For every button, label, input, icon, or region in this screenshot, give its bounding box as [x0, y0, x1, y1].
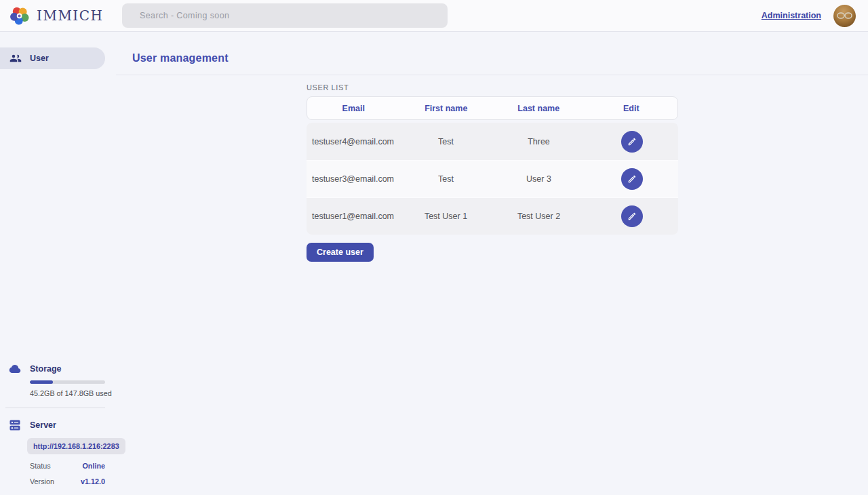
server-status-value: Online: [82, 462, 105, 470]
user-table-body: testuser4@email.com Test Three testuser3…: [307, 123, 678, 235]
column-header-first-name: First name: [400, 104, 493, 113]
storage-progress-fill: [30, 380, 53, 384]
sidebar-divider: [5, 408, 105, 408]
table-row: testuser3@email.com Test User 3: [307, 160, 678, 197]
server-version-value: v1.12.0: [81, 477, 105, 486]
server-version-label: Version: [30, 477, 54, 486]
column-header-last-name: Last name: [492, 104, 585, 113]
storage-progress-bar: [30, 380, 105, 384]
user-table-header: Email First name Last name Edit: [307, 96, 678, 120]
cell-first-name: Test: [399, 137, 492, 146]
sidebar-status-panel: Storage 45.2GB of 147.8GB used Server ht…: [0, 363, 116, 495]
column-header-email: Email: [307, 104, 400, 113]
sidebar: User Storage 45.2GB of 147.8GB used: [0, 32, 116, 495]
main-content: User management USER LIST Email First na…: [116, 32, 868, 495]
cell-last-name: Test User 2: [492, 212, 585, 221]
server-icon: [9, 419, 21, 431]
users-icon: [9, 52, 22, 64]
app-logo[interactable]: IMMICH: [0, 5, 122, 26]
server-section-header: Server: [0, 419, 116, 431]
glasses-icon: [837, 12, 852, 19]
server-status-label: Status: [30, 462, 51, 470]
cell-last-name: Three: [492, 137, 585, 146]
administration-link[interactable]: Administration: [762, 11, 821, 20]
server-title: Server: [30, 420, 56, 430]
storage-usage-text: 45.2GB of 147.8GB used: [30, 389, 116, 397]
top-bar: IMMICH Administration: [0, 0, 868, 32]
cell-first-name: Test: [399, 174, 492, 184]
cell-first-name: Test User 1: [399, 212, 492, 221]
cell-email: testuser1@email.com: [307, 212, 399, 221]
server-status-row: Status Online: [30, 462, 105, 470]
table-row: testuser1@email.com Test User 1 Test Use…: [307, 197, 678, 235]
edit-user-button[interactable]: [621, 168, 643, 190]
table-row: testuser4@email.com Test Three: [307, 123, 678, 160]
pencil-icon: [627, 137, 637, 146]
pencil-icon: [627, 174, 637, 184]
cell-last-name: User 3: [492, 174, 585, 184]
server-url-badge: http://192.168.1.216:2283: [27, 438, 125, 454]
server-version-row: Version v1.12.0: [30, 477, 105, 486]
storage-section-header: Storage: [0, 363, 116, 375]
pencil-icon: [627, 212, 637, 221]
column-header-edit: Edit: [585, 104, 678, 113]
immich-logo-icon: [9, 5, 30, 26]
sidebar-item-user[interactable]: User: [0, 47, 105, 69]
create-user-button[interactable]: Create user: [307, 243, 374, 262]
cell-email: testuser3@email.com: [307, 174, 399, 184]
storage-title: Storage: [30, 364, 62, 374]
edit-user-button[interactable]: [621, 131, 643, 153]
cloud-icon: [9, 363, 21, 375]
page-title: User management: [116, 32, 868, 64]
edit-user-button[interactable]: [621, 205, 643, 227]
cell-email: testuser4@email.com: [307, 137, 399, 146]
sidebar-item-user-label: User: [30, 54, 49, 63]
search-input[interactable]: [122, 3, 448, 28]
app-title: IMMICH: [37, 7, 104, 24]
user-list-label: USER LIST: [307, 83, 678, 92]
user-avatar[interactable]: [833, 5, 856, 27]
